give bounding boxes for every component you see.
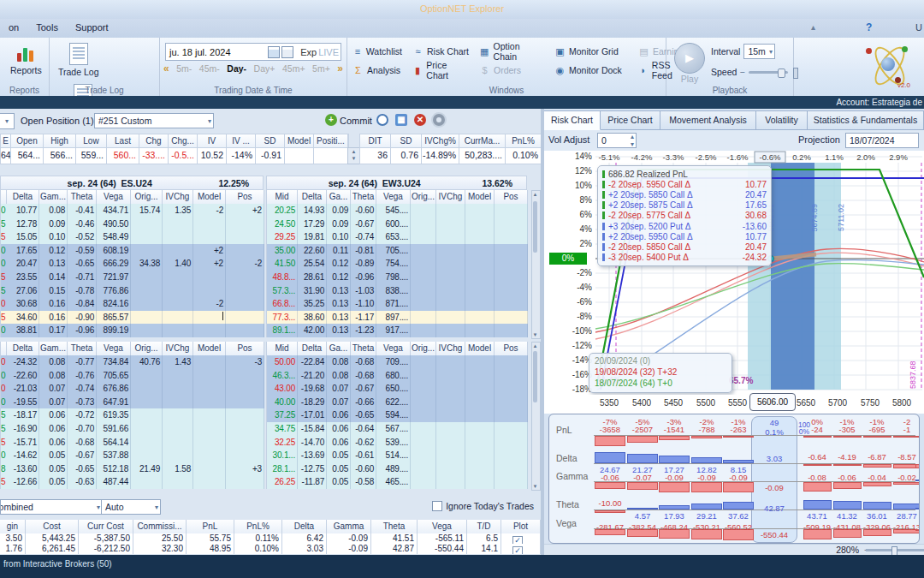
search-icon[interactable] [376,114,388,126]
calls-scrollbar[interactable]: ▲▼ [531,190,541,339]
commit-icon[interactable]: + [325,114,337,126]
interval-select[interactable]: 15m▾ [743,44,774,59]
zoom-slider[interactable] [866,549,924,551]
calendar-icon[interactable] [268,46,280,58]
trade-log-button[interactable]: Trade Log [55,41,102,79]
option-row[interactable]: 020.470.13-0.65666.2934.381.40+2-2 [0,257,264,271]
exp-button[interactable]: Exp [300,47,317,57]
windows-button-option-chain[interactable]: ▦Option Chain [476,43,548,60]
nav-5m+[interactable]: 5m+ [312,63,330,74]
windows-button-risk-chart[interactable]: ≈Risk Chart [409,43,472,60]
option-row[interactable]: 017.650.12-0.59608.19+2 [0,244,264,258]
option-row[interactable]: 0-21.030.07-0.74676.86 [0,382,264,396]
scope-select[interactable]: Combined▾ [0,499,103,515]
gear-icon[interactable] [433,114,445,126]
risk-chart[interactable]: -5.1%-4.2%-3.3%-2.5%-1.6%-0.6%0.2%1.1%2.… [544,151,924,395]
option-row[interactable]: 512.780.09-0.46490.50 [0,217,264,231]
option-row[interactable]: 030.680.16-0.84824.16-2 [0,297,264,311]
option-row[interactable]: 32.25-14.700.06-0.62539.... [266,436,527,450]
option-row[interactable]: 89.1...42.000.13-1.23917.... [266,324,527,337]
ignore-todays-trades-checkbox[interactable]: Ignore Today's Trades [432,501,534,511]
windows-button-monitor-grid[interactable]: ▣Monitor Grid [551,43,631,60]
option-row[interactable]: 534.600.16-0.90865.57 [0,311,264,325]
mode-select[interactable]: Auto▾ [101,499,161,515]
option-row[interactable]: 29.2519.810.10-0.74653.... [266,230,527,244]
option-row[interactable]: 28.1...-12.750.05-0.60489.... [266,462,527,476]
tab-price-chart[interactable]: Price Chart [601,110,660,130]
help-icon[interactable]: ? [866,21,872,33]
tab-risk-chart[interactable]: Risk Chart [544,110,601,130]
nav-Day-[interactable]: Day- [227,63,246,74]
summary-row[interactable]: 3.505,443.25-5,387.5025.5055.750.11%6.42… [0,533,541,544]
option-row[interactable]: 5-15.710.06-0.68564.14 [0,436,264,450]
nav-back-icon[interactable]: « [163,63,169,74]
export-grid-icon[interactable]: ▦ [395,114,407,126]
tab-statistics-fundamentals[interactable]: Statistics & Fundamentals [808,110,924,130]
quote-spinner[interactable]: ▲▼ [347,147,360,164]
vol-adjust-spinner[interactable]: 0▴▾ [597,133,637,148]
option-row[interactable]: 66.8...35.250.13-1.10871.... [266,297,527,311]
option-row[interactable]: 40.00-18.290.07-0.66622.... [266,396,527,409]
nav-45m-[interactable]: 45m- [199,63,220,74]
option-row[interactable]: 515.050.10-0.52548.49 [0,230,264,244]
windows-button-analysis[interactable]: ΣAnalysis [349,62,406,79]
commit-button[interactable]: Commit [340,116,372,126]
play-button[interactable]: ▶ [674,43,705,74]
option-row[interactable]: 523.550.14-0.71721.97 [0,271,264,284]
menu-item-tools[interactable]: Tools [27,19,67,33]
menu-item-support[interactable]: Support [67,19,117,33]
option-row[interactable]: 8-13.600.05-0.65512.1821.491.58+3 [0,462,264,476]
option-row[interactable]: 57.3...31.900.13-1.03838.... [266,284,527,298]
plot-checkbox[interactable]: ✓ [512,536,523,544]
option-row[interactable]: 46.3...-21.200.08-0.68680.... [266,369,527,383]
option-row[interactable]: 5-16.900.06-0.70591.66 [0,422,264,436]
option-row[interactable]: 41.5025.540.12-0.89754.... [266,257,527,271]
option-row[interactable]: 26.25-11.870.05-0.58465.... [266,475,527,489]
trading-date-input[interactable]: ju. 18 jul. 2024 Exp LIVE [165,43,341,61]
option-row[interactable]: 0-24.320.08-0.77734.8440.761.43-3 [0,355,264,369]
option-row[interactable]: 0-22.600.08-0.76705.65 [0,369,264,383]
option-row[interactable]: 43.00-19.680.07-0.67650.... [266,382,527,396]
nav-Day+[interactable]: Day+ [254,63,275,74]
option-row[interactable]: 20.2514.930.09-0.60545.... [266,204,527,217]
option-row[interactable]: 30.1...-13.690.05-0.61514.... [266,449,527,462]
collapse-ribbon-icon[interactable]: ▴ [811,22,815,32]
expiry-jump-icon[interactable] [281,46,293,58]
nav-45m+[interactable]: 45m+ [282,63,305,74]
option-row[interactable]: 0-14.620.05-0.67537.88 [0,449,264,462]
option-row[interactable]: 48.8...28.610.12-0.96798.... [266,271,527,284]
live-button[interactable]: LIVE [318,47,339,57]
option-row[interactable]: 24.5017.290.09-0.67600.... [266,217,527,231]
option-row[interactable]: 038.810.17-0.96899.19 [0,324,264,337]
current-price-box[interactable]: 5606.00 [749,393,796,411]
cut-combo[interactable]: ▾ [0,113,15,129]
option-row[interactable]: 5-18.170.06-0.72619.35 [0,408,264,422]
speed-slider[interactable] [749,71,788,74]
strategy-select[interactable]: #251 Custom▾ [94,113,214,128]
option-row[interactable]: 5-12.660.05-0.63487.44 [0,475,264,489]
tab-volatility[interactable]: Volatility [756,110,808,130]
option-row[interactable]: 0-19.550.07-0.73647.91 [0,396,264,409]
option-row[interactable]: 77.3...38.600.13-1.17897.... [266,311,527,325]
windows-button-watchlist[interactable]: ≡Watchlist [349,43,406,60]
option-row[interactable]: 35.0022.600.11-0.81705.... [266,244,527,258]
menu-item-on[interactable]: on [0,19,27,33]
projection-date-input[interactable]: 18/07/2024 [845,133,919,148]
tab-movement-analysis[interactable]: Movement Analysis [660,110,756,130]
mid-cell: 48.8... [267,271,298,284]
summary-row[interactable]: 1.766,261.45-6,212.5032.3048.950.10%3.03… [0,544,541,554]
option-row[interactable]: 50.00-22.840.08-0.68709.... [266,355,527,369]
option-row[interactable]: 34.75-15.840.06-0.64567.... [266,422,527,436]
option-row[interactable]: 010.770.08-0.41434.7115.741.35-2+2 [0,204,264,217]
nav-5m-[interactable]: 5m- [176,63,192,74]
windows-button-price-chart[interactable]: ▮Price Chart [409,62,472,79]
close-icon[interactable]: ✕ [414,114,426,126]
puts-scrollbar[interactable]: ▲▼ [531,342,541,491]
plot-checkbox[interactable]: ✓ [512,546,523,554]
option-row[interactable]: 37.25-17.010.06-0.65594.... [266,408,527,422]
windows-button-monitor-dock[interactable]: ◉Monitor Dock [551,62,631,79]
reports-button[interactable]: Reports [7,41,45,77]
nav-forward-icon[interactable]: » [337,63,343,74]
option-row[interactable]: 527.060.15-0.78776.86 [0,284,264,298]
cell: 0.05 [39,449,68,462]
